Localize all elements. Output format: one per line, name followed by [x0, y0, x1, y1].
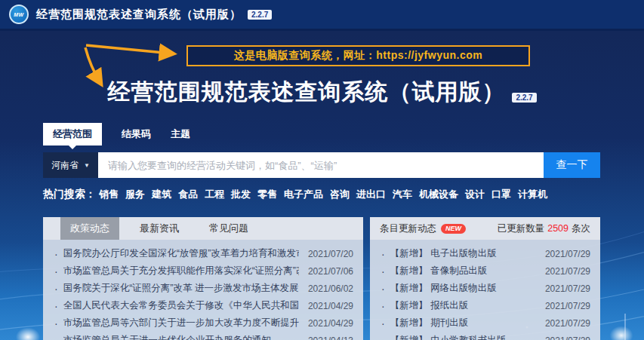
list-item[interactable]: · 市场监管总局关于充分发挥职能作用落实深化“证照分离”改革任务的通知 2021… — [43, 262, 363, 280]
search-input[interactable] — [98, 152, 544, 178]
callout-note: 这是电脑版查询系统，网址：https://jyfwyun.com — [186, 45, 530, 66]
entry-updates-panel: 条目更新动态 NEW 已更新数量 2509 条次 · 【新增】 电子出版物出版 … — [370, 217, 600, 340]
news-date: 2021/07/20 — [308, 249, 353, 259]
hot-term[interactable]: 计算机 — [518, 188, 547, 201]
hot-term[interactable]: 销售 — [99, 188, 119, 201]
list-item[interactable]: · 【新增】 期刊出版 2021/07/29 — [370, 314, 600, 332]
entry-date: 2021/07/29 — [545, 266, 590, 277]
bullet-icon: · — [54, 249, 58, 259]
app-title: 经营范围规范表述查询系统（试用版） — [36, 8, 242, 22]
news-title: 市场监管总局关于进一步优化企业开办服务的通知 — [63, 334, 299, 340]
list-item[interactable]: · 全国人民代表大会常务委员会关于修改《中华人民共和国道路交通安全法》等 202… — [43, 297, 363, 314]
callout-text: 这是电脑版查询系统，网址：https://jyfwyun.com — [234, 49, 482, 63]
news-date: 2021/07/06 — [308, 266, 353, 277]
new-badge: NEW — [441, 224, 466, 234]
updated-count-unit: 条次 — [572, 222, 590, 235]
list-item[interactable]: · 【新增】 电子出版物出版 2021/07/29 — [370, 245, 600, 262]
tab-business-scope[interactable]: 经营范围 — [43, 123, 102, 145]
news-date: 2021/04/29 — [308, 301, 353, 311]
bullet-icon: · — [381, 335, 385, 340]
tab-faq[interactable]: 常见问题 — [199, 217, 258, 240]
hot-term[interactable]: 电子产品 — [284, 188, 323, 201]
entry-updates-header: 条目更新动态 NEW 已更新数量 2509 条次 — [370, 217, 600, 240]
chevron-down-icon: ▼ — [84, 162, 90, 169]
page-title: 经营范围规范表述查询系统（试用版） — [107, 77, 505, 108]
bullet-icon: · — [381, 301, 385, 311]
updated-count-label: 已更新数量 — [498, 222, 545, 235]
search-type-tabs: 经营范围 结果码 主题 — [43, 123, 190, 145]
entry-title: 【新增】 报纸出版 — [390, 299, 536, 312]
search-bar: 河南省 ▼ 查一下 — [43, 152, 600, 178]
entry-title: 【新增】 电子出版物出版 — [390, 247, 536, 260]
bullet-icon: · — [54, 283, 58, 294]
bullet-icon: · — [381, 249, 385, 259]
hot-term[interactable]: 服务 — [125, 188, 145, 201]
tab-latest-news[interactable]: 最新资讯 — [130, 217, 189, 240]
entry-title: 【新增】 中小学教科书出版 — [390, 334, 536, 340]
version-badge: 2.2.7 — [512, 93, 536, 103]
entry-title: 【新增】 网络出版物出版 — [390, 282, 536, 295]
hot-search-row: 热门搜索： 销售 服务 建筑 食品 工程 批发 零售 电子产品 咨询 进出口 汽… — [43, 188, 554, 201]
hot-term[interactable]: 汽车 — [393, 188, 412, 201]
news-date: 2021/06/02 — [308, 283, 353, 294]
app-window: MW 经营范围规范表述查询系统（试用版） 2.2.7 — [0, 0, 644, 340]
info-panels: 政策动态 最新资讯 常见问题 · 国务院办公厅印发全国深化“放管服”改革着力培育… — [43, 217, 600, 340]
entry-title: 【新增】 期刊出版 — [390, 317, 536, 329]
entry-date: 2021/07/29 — [545, 301, 590, 311]
entry-updates-list: · 【新增】 电子出版物出版 2021/07/29 · 【新增】 音像制品出版 … — [370, 240, 600, 340]
news-date: 2021/04/29 — [308, 318, 353, 329]
list-item[interactable]: · 【新增】 报纸出版 2021/07/29 — [370, 297, 600, 314]
entry-date: 2021/07/29 — [545, 318, 590, 329]
tab-policy-news[interactable]: 政策动态 — [60, 217, 119, 240]
list-item[interactable]: · 市场监管总局等六部门关于进一步加大改革力度不断提升企业开办服务水平的 202… — [43, 314, 363, 332]
bullet-icon: · — [54, 318, 58, 329]
list-item[interactable]: · 市场监管总局关于进一步优化企业开办服务的通知 2021/04/13 — [43, 332, 363, 340]
region-select-value: 河南省 — [51, 159, 79, 172]
hot-term[interactable]: 工程 — [205, 188, 224, 201]
app-logo-icon: MW — [9, 5, 29, 24]
entry-title: 【新增】 音像制品出版 — [390, 265, 536, 277]
hot-term[interactable]: 咨询 — [330, 188, 350, 201]
hot-term[interactable]: 机械设备 — [419, 188, 458, 201]
list-item[interactable]: · 【新增】 音像制品出版 2021/07/29 — [370, 262, 600, 280]
list-item[interactable]: · 国务院关于深化“证照分离”改革 进一步激发市场主体发展活力的通知 2021/… — [43, 280, 363, 297]
bullet-icon: · — [54, 266, 58, 277]
light-flare — [11, 323, 45, 340]
version-badge: 2.2.7 — [248, 10, 272, 20]
bullet-icon: · — [381, 266, 385, 277]
search-button[interactable]: 查一下 — [544, 152, 600, 178]
news-title: 国务院关于深化“证照分离”改革 进一步激发市场主体发展活力的通知 — [63, 282, 299, 295]
top-bar: MW 经营范围规范表述查询系统（试用版） 2.2.7 — [0, 0, 644, 31]
hot-term[interactable]: 零售 — [257, 188, 277, 201]
hero-section: 这是电脑版查询系统，网址：https://jyfwyun.com 经营范围规范表… — [0, 33, 644, 340]
hot-term[interactable]: 批发 — [231, 188, 251, 201]
bullet-icon: · — [381, 318, 385, 329]
hot-term[interactable]: 食品 — [178, 188, 198, 201]
news-date: 2021/04/13 — [308, 335, 353, 340]
list-item[interactable]: · 【新增】 中小学教科书出版 2021/07/29 — [370, 332, 600, 340]
tab-topic[interactable]: 主题 — [171, 127, 190, 141]
list-item[interactable]: · 【新增】 网络出版物出版 2021/07/29 — [370, 280, 600, 297]
policy-panel-tabs: 政策动态 最新资讯 常见问题 — [43, 217, 363, 240]
bullet-icon: · — [381, 283, 385, 294]
bullet-icon: · — [54, 301, 58, 311]
entry-date: 2021/07/29 — [545, 335, 590, 340]
policy-news-panel: 政策动态 最新资讯 常见问题 · 国务院办公厅印发全国深化“放管服”改革着力培育… — [43, 217, 363, 340]
list-item[interactable]: · 国务院办公厅印发全国深化“放管服”改革着力培育和激发市场主体活力电视电 20… — [43, 245, 363, 262]
hot-term[interactable]: 口罩 — [491, 188, 511, 201]
bullet-icon: · — [54, 335, 58, 340]
region-select[interactable]: 河南省 ▼ — [43, 152, 98, 178]
news-title: 市场监管总局等六部门关于进一步加大改革力度不断提升企业开办服务水平的 — [63, 317, 299, 329]
policy-news-list: · 国务院办公厅印发全国深化“放管服”改革着力培育和激发市场主体活力电视电 20… — [43, 240, 363, 340]
updated-count: 已更新数量 2509 条次 — [498, 222, 590, 235]
entry-date: 2021/07/29 — [545, 249, 590, 259]
entry-date: 2021/07/29 — [545, 283, 590, 294]
hot-term[interactable]: 进出口 — [356, 188, 386, 201]
tab-result-code[interactable]: 结果码 — [122, 127, 151, 141]
hot-term[interactable]: 建筑 — [152, 188, 171, 201]
news-title: 市场监管总局关于充分发挥职能作用落实深化“证照分离”改革任务的通知 — [63, 265, 299, 277]
updated-count-value: 2509 — [547, 223, 569, 234]
hot-term[interactable]: 设计 — [465, 188, 485, 201]
news-title: 全国人民代表大会常务委员会关于修改《中华人民共和国道路交通安全法》等 — [63, 299, 299, 312]
hero-title-row: 经营范围规范表述查询系统（试用版） 2.2.7 — [0, 77, 644, 108]
